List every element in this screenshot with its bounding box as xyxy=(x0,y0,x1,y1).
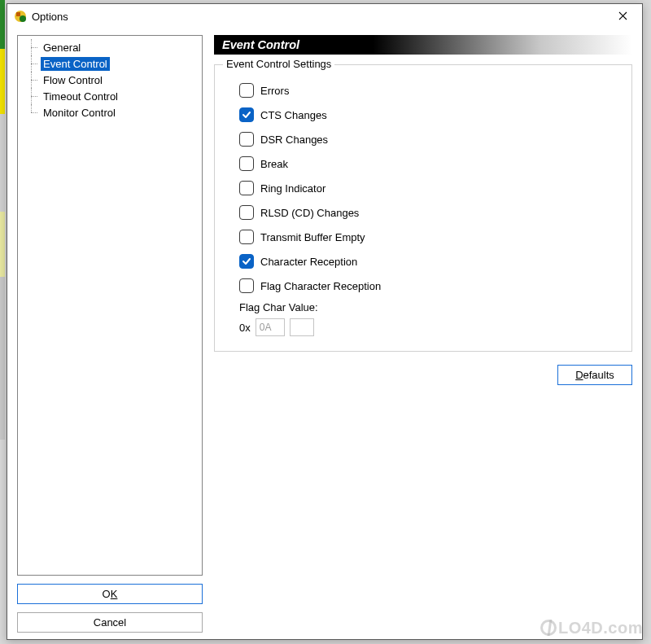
checkbox-row: Flag Character Reception xyxy=(229,274,617,298)
checkbox-row: RLSD (CD) Changes xyxy=(229,200,617,225)
category-tree[interactable]: GeneralEvent ControlFlow ControlTimeout … xyxy=(17,35,203,576)
tree-item-flow-control[interactable]: Flow Control xyxy=(20,72,200,88)
check-icon xyxy=(242,256,251,266)
cancel-label: Cancel xyxy=(94,616,126,629)
checkbox-break[interactable] xyxy=(239,156,254,171)
checkbox-row: Break xyxy=(229,151,617,176)
ok-label-prefix: O xyxy=(103,588,111,600)
checkbox-label: Ring Indicator xyxy=(260,182,326,195)
flag-char-label: Flag Char Value: xyxy=(239,301,617,313)
checkbox-row: Ring Indicator xyxy=(229,176,617,200)
checkbox-row: Errors xyxy=(229,78,617,103)
checkbox-row: DSR Changes xyxy=(229,127,617,151)
ok-button[interactable]: OK xyxy=(17,584,203,604)
hex-prefix: 0x xyxy=(239,322,251,334)
window-title: Options xyxy=(32,11,605,23)
checkbox-label: Break xyxy=(260,158,288,170)
cancel-button[interactable]: Cancel xyxy=(17,612,203,633)
event-control-group: Event Control Settings ErrorsCTS Changes… xyxy=(214,64,632,352)
svg-point-1 xyxy=(20,15,26,22)
checkbox-label: Flag Character Reception xyxy=(260,280,381,292)
checkbox-cts-changes[interactable] xyxy=(239,107,254,122)
tree-item-label: Flow Control xyxy=(41,73,105,87)
tree-branch-icon xyxy=(24,72,41,88)
checkbox-ring-indicator[interactable] xyxy=(239,181,254,195)
checkbox-character-reception[interactable] xyxy=(239,254,254,269)
checkbox-transmit-buffer-empty[interactable] xyxy=(239,230,254,244)
options-dialog: Options GeneralEvent ControlFlow Control… xyxy=(7,3,643,640)
svg-rect-2 xyxy=(16,12,20,16)
checkbox-label: CTS Changes xyxy=(260,109,327,121)
checkbox-label: RLSD (CD) Changes xyxy=(260,207,359,219)
checkbox-flag-character-reception[interactable] xyxy=(239,278,254,293)
checkbox-label: DSR Changes xyxy=(260,134,328,146)
tree-branch-icon xyxy=(24,88,41,104)
tree-branch-icon xyxy=(24,39,41,55)
flag-char-preview xyxy=(290,318,314,336)
defaults-button[interactable]: Defaults xyxy=(557,365,632,385)
flag-char-input[interactable] xyxy=(256,318,285,336)
tree-item-label: Timeout Control xyxy=(41,90,120,103)
checkbox-label: Character Reception xyxy=(260,256,357,268)
defaults-rest: efaults xyxy=(583,369,614,381)
app-icon xyxy=(14,10,27,23)
tree-item-label: Event Control xyxy=(41,57,110,71)
checkbox-rlsd-cd-changes[interactable] xyxy=(239,205,254,220)
defaults-accel: D xyxy=(575,369,583,381)
tree-item-label: General xyxy=(41,41,83,55)
tree-item-event-control[interactable]: Event Control xyxy=(20,55,200,72)
tree-item-timeout-control[interactable]: Timeout Control xyxy=(20,88,200,104)
tree-item-monitor-control[interactable]: Monitor Control xyxy=(20,104,200,120)
checkbox-label: Transmit Buffer Empty xyxy=(260,231,365,243)
checkbox-row: Character Reception xyxy=(229,249,617,274)
close-icon xyxy=(618,11,627,20)
tree-branch-icon xyxy=(24,104,41,120)
close-button[interactable] xyxy=(605,4,640,28)
checkbox-dsr-changes[interactable] xyxy=(239,132,254,147)
tree-item-general[interactable]: General xyxy=(20,39,200,55)
tree-branch-icon xyxy=(24,55,41,72)
tree-item-label: Monitor Control xyxy=(41,106,118,120)
group-title: Event Control Settings xyxy=(223,58,334,70)
checkbox-row: CTS Changes xyxy=(229,103,617,127)
check-icon xyxy=(242,110,251,120)
ok-label-accel: K xyxy=(111,588,118,600)
titlebar: Options xyxy=(7,4,642,28)
checkbox-row: Transmit Buffer Empty xyxy=(229,225,617,249)
checkbox-errors[interactable] xyxy=(239,83,254,98)
checkbox-label: Errors xyxy=(260,85,289,97)
section-header: Event Control xyxy=(214,35,632,55)
